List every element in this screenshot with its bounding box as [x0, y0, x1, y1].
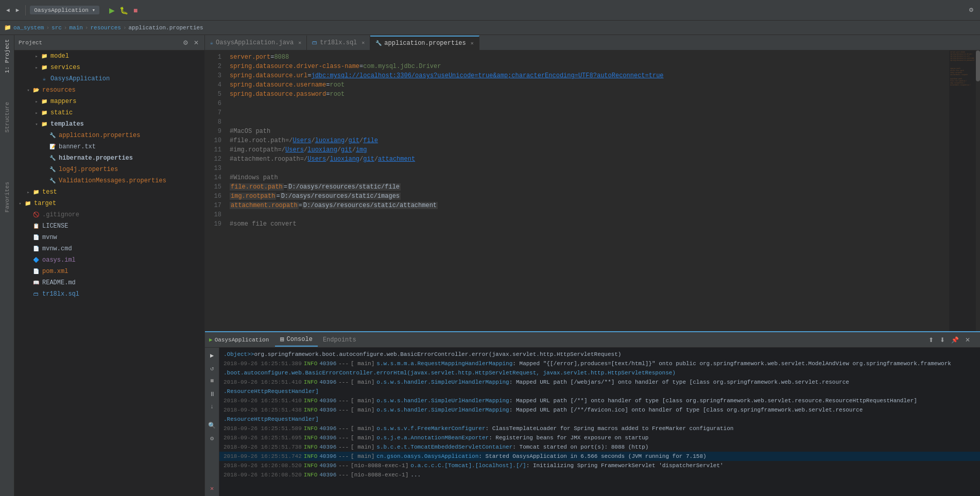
code-line: #img.rootpath=/Users/luoxiang/git/img	[230, 145, 945, 155]
log-thread: [ main]	[351, 396, 374, 405]
log-logger[interactable]: .Object>>	[223, 350, 254, 359]
run-button[interactable]: ▶	[107, 5, 117, 15]
settings-button[interactable]: ⚙	[967, 6, 976, 14]
tab-close-btn[interactable]: ✕	[471, 40, 474, 46]
project-tab[interactable]: 1: Project	[2, 35, 12, 77]
line-number: 15	[205, 182, 221, 192]
structure-tab[interactable]: Structure	[2, 98, 12, 136]
code-content[interactable]: server.port=8088spring.datasource.driver…	[226, 50, 949, 331]
tree-item[interactable]: 📖 README.md	[14, 277, 204, 288]
log-logger[interactable]: cn.gson.oasys.OasysApplication	[376, 452, 478, 461]
log-level: INFO	[304, 452, 317, 461]
tree-item[interactable]: ▸ 📁 test	[14, 186, 204, 198]
tree-item[interactable]: ▸ 📁 mappers	[14, 96, 204, 107]
tab-close-btn[interactable]: ✕	[362, 40, 365, 46]
tree-item-label: OasysApplication	[50, 75, 110, 82]
run-label: ▶ OasysApplication	[209, 336, 269, 343]
log-sep: ---	[338, 442, 349, 452]
tree-item[interactable]: 🔧 ValidationMessages.properties	[14, 175, 204, 186]
log-logger[interactable]: o.s.w.s.handler.SimpleUrlHandlerMapping	[376, 396, 509, 405]
endpoints-tab[interactable]: Endpoints	[318, 333, 362, 347]
tree-item[interactable]: 📄 mvnw.cmd	[14, 243, 204, 254]
log-logger[interactable]: o.s.w.s.handler.SimpleUrlHandlerMapping	[376, 378, 509, 387]
tree-item[interactable]: 🗃 tr18lx.sql	[14, 288, 204, 300]
stop-icon-btn[interactable]: ■	[207, 375, 218, 387]
tree-item[interactable]: 🔧 log4j.properties	[14, 164, 204, 175]
log-thread: [ main]	[351, 442, 374, 452]
log-logger[interactable]: .ResourceHttpRequestHandler]	[223, 387, 319, 396]
settings-icon-btn[interactable]: ⚙	[207, 433, 218, 444]
tree-container: ▸ 📁 model ▸ 📁 services ☕ OasysApplicatio…	[14, 50, 204, 496]
breadcrumb-text-3[interactable]: main	[69, 25, 82, 31]
tree-item[interactable]: ☕ OasysApplication	[14, 73, 204, 84]
log-logger[interactable]: o.a.c.c.C.[Tomcat].[localhost].[/]	[410, 461, 526, 470]
tree-item[interactable]: ▸ 📁 model	[14, 50, 204, 62]
log-pid: 40396	[319, 461, 336, 470]
tree-item[interactable]: ▸ 📁 services	[14, 62, 204, 73]
tree-item[interactable]: 📋 LICENSE	[14, 220, 204, 232]
tree-item[interactable]: 🔧 hibernate.properties	[14, 152, 204, 164]
tree-file-icon: 📄	[32, 245, 40, 253]
tree-item[interactable]: ▾ 📂 resources	[14, 84, 204, 96]
log-logger[interactable]: .ResourceHttpRequestHandler]	[223, 415, 319, 424]
stop-button[interactable]: ■	[130, 5, 141, 15]
tree-item[interactable]: ▾ 📁 target	[14, 198, 204, 209]
tree-file-icon: 🔷	[32, 256, 40, 264]
panel-settings-btn[interactable]: ⚙	[181, 39, 190, 47]
clear-icon-btn[interactable]: ✕	[207, 483, 218, 494]
log-text: : Mapped URL path [/**] onto handler of …	[509, 396, 917, 405]
nav-back[interactable]: ◀	[4, 6, 12, 14]
tree-item[interactable]: 📄 mvnw	[14, 232, 204, 243]
step-icon-btn[interactable]: ↓	[207, 401, 218, 413]
tree-item[interactable]: ▸ 📁 static	[14, 107, 204, 118]
debug-button[interactable]: 🐛	[118, 5, 129, 15]
log-logger[interactable]: o.s.j.e.a.AnnotationMBeanExporter	[376, 433, 489, 442]
breadcrumb-text-5[interactable]: application.properties	[129, 25, 203, 31]
editor-tab-tr18lx-sql[interactable]: 🗃 tr18lx.sql ✕	[307, 36, 370, 50]
tree-file-icon: 🔧	[48, 177, 57, 185]
log-logger[interactable]: s.b.c.e.t.TomcatEmbeddedServletContainer	[376, 442, 512, 452]
console-output[interactable]: .Object>> org.springframework.boot.autoc…	[219, 348, 980, 496]
rerun-icon-btn[interactable]: ↺	[207, 363, 218, 374]
console-scroll-up[interactable]: ⬆	[927, 336, 935, 344]
tree-item[interactable]: 📄 pom.xml	[14, 266, 204, 277]
breadcrumb-text-4[interactable]: resources	[90, 25, 121, 31]
project-selector[interactable]: OasysApplication ▾	[30, 6, 99, 14]
line-number: 12	[205, 155, 221, 164]
line-numbers: 12345678910111213141516171819	[205, 50, 226, 331]
timestamp: 2018-09-26 16:25:51.410	[223, 378, 302, 387]
tree-item-label: mvnw.cmd	[42, 245, 72, 252]
console-line: 2018-09-26 16:25:51.410 INFO 40396 --- […	[219, 378, 980, 387]
favorites-tab[interactable]: Favorites	[2, 178, 12, 216]
editor-tab-OasysApplication-java[interactable]: ☕ OasysApplication.java ✕	[205, 36, 307, 50]
tree-item[interactable]: 📝 banner.txt	[14, 141, 204, 152]
tree-item[interactable]: 🔧 application.properties	[14, 130, 204, 141]
breadcrumb-text-2[interactable]: src	[51, 25, 62, 31]
nav-forward[interactable]: ▶	[14, 6, 22, 14]
tab-close-btn[interactable]: ✕	[298, 40, 301, 46]
log-thread: [nio-8088-exec-1]	[351, 470, 408, 480]
run-icon-btn[interactable]: ▶	[207, 350, 218, 361]
tree-item[interactable]: 🚫 .gitignore	[14, 209, 204, 220]
console-icon: ▤	[280, 335, 284, 343]
tree-item[interactable]: 🔷 oasys.iml	[14, 254, 204, 266]
console-pin[interactable]: 📌	[950, 336, 960, 344]
panel-header-actions: ⚙ ✕	[181, 39, 200, 47]
tree-item[interactable]: ▾ 📁 templates	[14, 118, 204, 130]
panel-close-btn[interactable]: ✕	[192, 39, 200, 47]
log-logger[interactable]: o.s.w.s.handler.SimpleUrlHandlerMapping	[376, 405, 509, 415]
console-scroll-down[interactable]: ⬇	[938, 336, 947, 344]
breadcrumb-item-1[interactable]: 📁	[4, 24, 11, 31]
log-logger[interactable]: o.s.w.s.v.f.FreeMarkerConfigurer	[376, 424, 485, 433]
pause-icon-btn[interactable]: ⏸	[207, 388, 218, 400]
panel-header: Project ⚙ ✕	[14, 35, 204, 50]
console-close[interactable]: ✕	[964, 336, 972, 344]
console-tab[interactable]: ▤ Console	[275, 333, 318, 347]
filter-icon-btn[interactable]: 🔍	[207, 420, 218, 431]
run-icon: ▶	[209, 336, 213, 343]
editor-tab-application-properties[interactable]: 🔧 application.properties ✕	[370, 36, 479, 50]
log-logger[interactable]: s.w.s.m.m.a.RequestMappingHandlerMapping	[376, 359, 512, 368]
breadcrumb-text-1[interactable]: oa_system	[13, 25, 44, 31]
log-text: : Mapped URL path [/webjars/**] onto han…	[509, 378, 849, 387]
log-logger[interactable]: .boot.autoconfigure.web.BasicErrorContro…	[223, 368, 676, 378]
